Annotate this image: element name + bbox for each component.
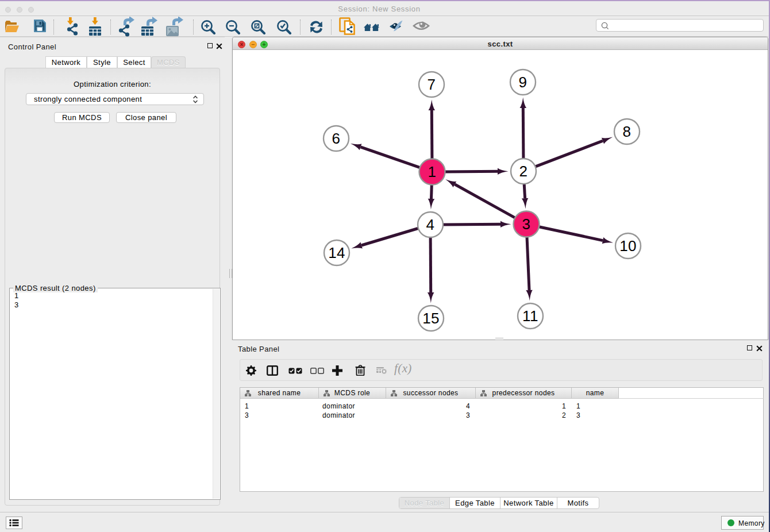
svg-text:10: 10 (619, 237, 637, 255)
svg-text:1: 1 (428, 163, 437, 180)
svg-text:6: 6 (332, 130, 341, 147)
svg-text:9: 9 (519, 74, 528, 91)
svg-text:7: 7 (428, 76, 436, 93)
svg-text:3: 3 (522, 215, 531, 233)
svg-text:8: 8 (623, 123, 632, 140)
svg-text:14: 14 (328, 244, 345, 261)
svg-text:2: 2 (519, 163, 528, 180)
svg-text:11: 11 (522, 307, 538, 325)
svg-text:15: 15 (422, 310, 440, 327)
svg-text:4: 4 (426, 216, 435, 233)
